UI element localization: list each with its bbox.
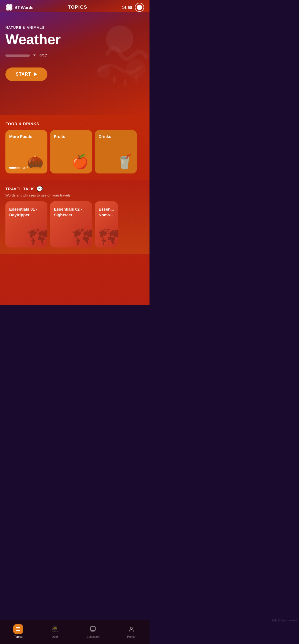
food-cards-row: More Foods 👁 🌰 Fruits 🍎 Drinks 🥤 (5, 130, 144, 175)
start-button[interactable]: START (5, 67, 47, 81)
essentials-02-bg-icon: 🗺 (73, 225, 92, 247)
more-foods-icon: 🌰 (27, 154, 44, 170)
timer-inner-circle (137, 5, 142, 10)
more-foods-progress-bar (9, 167, 20, 169)
hero-category: NATURE & ANIMALS (5, 25, 144, 30)
fruits-card[interactable]: Fruits 🍎 (50, 130, 92, 173)
word-count-label: 67 Words (15, 5, 33, 10)
travel-cards-row: Essentials 01 -Daytripper 🗺 Essentials 0… (5, 201, 144, 249)
more-foods-card[interactable]: More Foods 👁 🌰 (5, 130, 47, 173)
more-foods-card-title: More Foods (9, 134, 44, 139)
essentials-01-card[interactable]: Essentials 01 -Daytripper 🗺 (5, 201, 47, 247)
header-right: 14:58 (122, 3, 144, 12)
drinks-card-title: Drinks (99, 134, 133, 139)
svg-point-8 (113, 76, 116, 83)
essentials-03-bg-icon: 🗺 (99, 225, 118, 247)
fruits-icon: 🍎 (72, 154, 88, 170)
bottom-spacer (0, 305, 150, 325)
start-button-label: START (16, 72, 31, 77)
page-title: TOPICS (68, 5, 87, 10)
hero-progress-row: 👁 0/17 (5, 53, 144, 58)
time-display: 14:58 (122, 5, 132, 10)
timer-button[interactable] (135, 3, 144, 12)
svg-point-9 (123, 79, 127, 86)
hero-topic-name: Weather (5, 32, 144, 47)
essentials-01-title: Essentials 01 -Daytripper (9, 206, 44, 218)
travel-subtitle: Words and phrases to use on your travels (5, 193, 144, 197)
fruits-card-title: Fruits (54, 134, 88, 139)
travel-section-title: TRAVEL TALK (5, 187, 34, 191)
eye-icon: 👁 (32, 53, 37, 58)
drinks-card[interactable]: Drinks 🥤 (95, 130, 137, 173)
play-arrow-icon (34, 72, 37, 76)
travel-talk-section: TRAVEL TALK 💬 Words and phrases to use o… (0, 180, 150, 254)
hero-progress-text: 0/17 (40, 53, 47, 58)
essentials-03-title: Essen...Noma... (99, 206, 114, 218)
more-foods-progress-dot (23, 167, 25, 169)
svg-point-4 (8, 6, 10, 8)
hero-progress-bar (5, 54, 30, 57)
speech-bubble-icon: 💬 (36, 186, 43, 192)
svg-point-7 (126, 59, 145, 78)
app-header: 67 Words TOPICS 14:58 (0, 0, 150, 12)
more-foods-progress-fill (9, 167, 16, 169)
food-section-title: FOOD & DRINKS (5, 122, 144, 126)
more-foods-progress-row: 👁 (9, 166, 30, 170)
essentials-02-title: Essentials 02 -Sightseer (54, 206, 88, 218)
svg-point-10 (134, 75, 138, 82)
logo-area: 67 Words (5, 4, 33, 11)
travel-header: TRAVEL TALK 💬 (5, 186, 144, 192)
hero-section: NATURE & ANIMALS Weather 👁 0/17 START (0, 12, 150, 115)
svg-point-6 (97, 65, 110, 78)
clover-icon (5, 4, 13, 11)
essentials-01-bg-icon: 🗺 (28, 225, 47, 247)
essentials-02-card[interactable]: Essentials 02 -Sightseer 🗺 (50, 201, 92, 247)
food-drinks-section: FOOD & DRINKS More Foods 👁 🌰 Fruits 🍎 (0, 115, 150, 180)
drinks-icon: 🥤 (116, 154, 133, 170)
essentials-03-card[interactable]: Essen...Noma... 🗺 (95, 201, 118, 247)
main-content: FOOD & DRINKS More Foods 👁 🌰 Fruits 🍎 (0, 115, 150, 305)
